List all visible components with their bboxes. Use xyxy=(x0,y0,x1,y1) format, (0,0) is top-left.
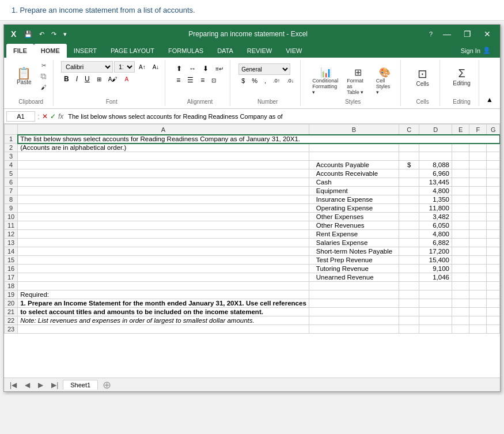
cell-styles-btn[interactable]: 🎨 CellStyles ▾ xyxy=(374,66,396,96)
cell-e12[interactable] xyxy=(452,230,469,239)
cell-d2[interactable] xyxy=(419,144,452,152)
cell-f3[interactable] xyxy=(469,152,487,161)
tab-home[interactable]: HOME xyxy=(34,44,67,58)
cell-e9[interactable] xyxy=(452,204,469,213)
cell-c13[interactable] xyxy=(399,239,419,247)
underline-button[interactable]: U xyxy=(82,74,93,84)
font-family-select[interactable]: Calibri xyxy=(61,61,113,73)
cell-f12[interactable] xyxy=(469,230,487,239)
cell-e18[interactable] xyxy=(452,282,469,290)
confirm-formula-icon[interactable]: ✓ xyxy=(50,112,56,120)
cell-f21[interactable] xyxy=(469,308,487,316)
cell-a18[interactable] xyxy=(18,282,309,290)
cell-e4[interactable] xyxy=(452,161,469,169)
cell-b16[interactable]: Tutoring Revenue xyxy=(309,265,399,273)
cell-c20[interactable] xyxy=(399,299,419,308)
row-header-9[interactable]: 9 xyxy=(5,204,18,213)
bold-button[interactable]: B xyxy=(61,74,72,84)
cell-d21[interactable] xyxy=(419,308,452,316)
cell-c8[interactable] xyxy=(399,195,419,204)
cell-c21[interactable] xyxy=(399,308,419,316)
formula-input[interactable] xyxy=(66,112,498,121)
cell-a4[interactable] xyxy=(18,161,309,169)
cell-c15[interactable] xyxy=(399,256,419,265)
cell-b20[interactable] xyxy=(309,299,399,308)
cell-f20[interactable] xyxy=(469,299,487,308)
sheet-nav-prev[interactable]: ◀ xyxy=(21,380,33,390)
row-header-5[interactable]: 5 xyxy=(5,169,18,178)
cell-g10[interactable] xyxy=(487,213,500,221)
help-btn[interactable]: ? xyxy=(427,29,435,39)
cell-a12[interactable] xyxy=(18,230,309,239)
align-middle-btn[interactable]: ↔ xyxy=(186,63,199,74)
cell-f23[interactable] xyxy=(469,325,487,334)
conditional-formatting-btn[interactable]: 📊 ConditionalFormatting ▾ xyxy=(310,66,342,96)
cell-e7[interactable] xyxy=(452,187,469,195)
cell-g23[interactable] xyxy=(487,325,500,334)
ribbon-expand-btn[interactable]: ▲ xyxy=(484,93,495,106)
cell-b11[interactable]: Other Revenues xyxy=(309,221,399,230)
cell-f7[interactable] xyxy=(469,187,487,195)
cell-f15[interactable] xyxy=(469,256,487,265)
cell-e13[interactable] xyxy=(452,239,469,247)
cell-e6[interactable] xyxy=(452,178,469,187)
cell-d10[interactable]: 3,482 xyxy=(419,213,452,221)
cell-a17[interactable] xyxy=(18,273,309,282)
col-header-f[interactable]: F xyxy=(469,124,487,135)
align-bottom-btn[interactable]: ⬇ xyxy=(200,63,211,74)
cell-f10[interactable] xyxy=(469,213,487,221)
cell-e20[interactable] xyxy=(452,299,469,308)
row-header-6[interactable]: 6 xyxy=(5,178,18,187)
row-header-20[interactable]: 20 xyxy=(5,299,18,308)
minimize-btn[interactable]: — xyxy=(438,28,456,40)
tab-formulas[interactable]: FORMULAS xyxy=(161,44,210,58)
add-sheet-btn[interactable]: ⊕ xyxy=(99,379,115,391)
cell-d8[interactable]: 1,350 xyxy=(419,195,452,204)
cell-f5[interactable] xyxy=(469,169,487,178)
editing-btn[interactable]: Σ Editing xyxy=(450,66,473,88)
cell-g14[interactable] xyxy=(487,247,500,256)
cell-g17[interactable] xyxy=(487,273,500,282)
row-header-22[interactable]: 22 xyxy=(5,316,18,325)
align-center-btn[interactable]: ☰ xyxy=(184,75,196,85)
cell-a22[interactable]: Note: List revenues and expenses in orde… xyxy=(18,316,309,325)
cell-f19[interactable] xyxy=(469,290,487,299)
cell-e15[interactable] xyxy=(452,256,469,265)
close-btn[interactable]: ✕ xyxy=(479,28,495,40)
sign-in[interactable]: Sign In 👤 xyxy=(454,43,498,58)
align-right-btn[interactable]: ≡ xyxy=(198,75,207,85)
decrease-decimal-btn[interactable]: .0↓ xyxy=(284,77,297,85)
cell-b6[interactable]: Cash xyxy=(309,178,399,187)
cell-d7[interactable]: 4,800 xyxy=(419,187,452,195)
cell-e17[interactable] xyxy=(452,273,469,282)
cell-f14[interactable] xyxy=(469,247,487,256)
cell-b10[interactable]: Other Expenses xyxy=(309,213,399,221)
cell-f6[interactable] xyxy=(469,178,487,187)
merge-btn[interactable]: ⊡ xyxy=(209,75,219,85)
undo-quick-btn[interactable]: ↶ xyxy=(37,29,47,39)
align-top-btn[interactable]: ⬆ xyxy=(173,63,185,74)
cell-d5[interactable]: 6,960 xyxy=(419,169,452,178)
cell-f8[interactable] xyxy=(469,195,487,204)
cell-a20[interactable]: 1. Prepare an Income Statement for the m… xyxy=(18,299,309,308)
cell-a3[interactable] xyxy=(18,152,309,161)
sheet-nav-first[interactable]: |◀ xyxy=(6,380,20,390)
cell-g21[interactable] xyxy=(487,308,500,316)
cell-e5[interactable] xyxy=(452,169,469,178)
increase-decimal-btn[interactable]: .0↑ xyxy=(270,77,283,85)
cell-e22[interactable] xyxy=(452,316,469,325)
cell-c10[interactable] xyxy=(399,213,419,221)
fill-color-button[interactable]: A🖌 xyxy=(105,75,121,84)
cell-e23[interactable] xyxy=(452,325,469,334)
wrap-text-btn[interactable]: ≡↵ xyxy=(213,63,226,74)
col-header-e[interactable]: E xyxy=(452,124,469,135)
row-header-4[interactable]: 4 xyxy=(5,161,18,169)
cell-g16[interactable] xyxy=(487,265,500,273)
row-header-18[interactable]: 18 xyxy=(5,282,18,290)
format-as-table-btn[interactable]: ⊞ Format asTable ▾ xyxy=(344,66,372,96)
comma-btn[interactable]: , xyxy=(262,76,269,85)
cell-g9[interactable] xyxy=(487,204,500,213)
spreadsheet-area[interactable]: A B C D E F G 1The list below shows sele… xyxy=(4,124,500,378)
customize-quick-btn[interactable]: ▾ xyxy=(61,29,69,39)
cell-c11[interactable] xyxy=(399,221,419,230)
